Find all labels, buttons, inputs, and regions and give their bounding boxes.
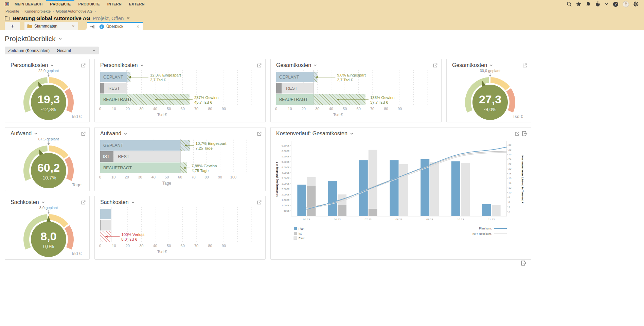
new-tab-button[interactable]: + [5, 22, 20, 30]
app-logo-icon[interactable] [3, 0, 11, 8]
svg-text:0: 0 [99, 175, 101, 179]
svg-text:30: 30 [508, 143, 511, 147]
svg-text:8: 8 [508, 196, 510, 199]
pin-icon[interactable] [90, 24, 95, 29]
svg-text:Kostensummen (Linien) in Tause: Kostensummen (Linien) in Tausend € [521, 155, 524, 204]
chevron-down-icon[interactable] [489, 64, 493, 67]
external-link-icon[interactable] [81, 200, 86, 205]
svg-text:40: 40 [151, 175, 156, 179]
svg-text:BEAUFTRAGT: BEAUFTRAGT [103, 97, 132, 102]
breadcrumb-item[interactable]: Global Automotive AG [56, 9, 93, 13]
chevron-down-icon[interactable] [58, 37, 62, 41]
svg-text:100% Verlust: 100% Verlust [121, 233, 145, 237]
sachkosten-gauge-chart: 8,0 geplant8,00,0%Tsd € [5, 205, 89, 258]
svg-text:07.23: 07.23 [365, 218, 372, 221]
close-icon[interactable]: × [71, 23, 75, 29]
avatar[interactable] [621, 1, 631, 7]
chevron-down-icon[interactable] [603, 2, 611, 6]
svg-text:22,0 geplant: 22,0 geplant [38, 69, 59, 73]
tab-ueberblick[interactable]: iÜberblick× [87, 22, 143, 30]
svg-text:80: 80 [384, 107, 388, 111]
svg-text:10: 10 [112, 244, 116, 248]
svg-text:1.500€: 1.500€ [282, 199, 290, 202]
search-icon[interactable] [565, 1, 574, 7]
chevron-down-icon[interactable] [34, 132, 38, 136]
external-link-icon[interactable] [81, 131, 86, 136]
external-link-icon[interactable] [257, 63, 262, 68]
card-aufwand-bars: Aufwand 0102030405060708090100TageGEPLAN… [94, 127, 266, 191]
personalkosten-gauge-chart: 22,0 geplant19,3-12,3%Tsd € [5, 68, 89, 121]
chevron-down-icon[interactable] [50, 64, 54, 67]
card-aufwand-gauge: Aufwand 67,5 geplant60,2-10,7%Tage [5, 127, 90, 191]
export-icon[interactable] [522, 131, 527, 136]
breadcrumb-item[interactable]: Projekte [5, 9, 19, 13]
chevron-down-icon[interactable] [124, 132, 127, 136]
external-link-icon[interactable] [257, 200, 262, 205]
svg-text:REST: REST [108, 86, 120, 91]
chevron-down-icon[interactable] [314, 64, 317, 67]
topbar-icons: ? [565, 0, 641, 8]
svg-text:Tsd €: Tsd € [513, 114, 523, 119]
svg-text:10: 10 [508, 191, 511, 194]
external-link-icon[interactable] [81, 63, 86, 68]
svg-text:05.23: 05.23 [303, 218, 310, 221]
object-header: Beratung Global Automotive AG Projekt, O… [0, 14, 644, 22]
svg-text:40: 40 [329, 107, 333, 111]
timeframe-filter[interactable]: Zeitraum (Kennzahlen) Gesamt [5, 47, 99, 54]
settings-icon[interactable] [631, 1, 641, 7]
tab-bar: + Stammdaten×iÜberblick× [0, 22, 644, 30]
svg-text:0: 0 [275, 107, 277, 111]
svg-text:90: 90 [222, 244, 226, 248]
svg-text:-9,0%: -9,0% [484, 107, 497, 112]
svg-text:80: 80 [208, 244, 212, 248]
main-nav: MEIN BEREICHPROJEKTEPRODUKTEINTERNEXTERN [11, 0, 148, 8]
chevron-down-icon[interactable] [140, 64, 144, 67]
chevron-down-icon[interactable] [92, 49, 96, 52]
page-title: Projektüberblick [5, 35, 55, 43]
external-link-icon[interactable] [515, 131, 520, 136]
nav-item-intern[interactable]: INTERN [104, 0, 125, 8]
chevron-down-icon[interactable] [131, 201, 135, 204]
svg-text:7,25 Tage: 7,25 Tage [196, 146, 213, 150]
breadcrumb-item[interactable]: Kundenprojekte [24, 9, 51, 13]
card-title: Sachkosten [11, 199, 39, 205]
svg-text:BEAUFTRAGT: BEAUFTRAGT [103, 166, 132, 170]
svg-text:19,3: 19,3 [37, 93, 60, 106]
svg-text:60: 60 [181, 244, 185, 248]
gesamtkosten-gauge-chart: 30,0 geplant27,3-9,0%Tsd € [447, 68, 531, 121]
external-link-icon[interactable] [433, 63, 438, 68]
help-icon[interactable]: ? [611, 1, 621, 7]
svg-text:500€: 500€ [284, 209, 290, 212]
svg-text:GEPLANT: GEPLANT [103, 75, 123, 80]
nav-item-projekte[interactable]: PROJEKTE [46, 0, 74, 8]
external-link-icon[interactable] [522, 63, 527, 68]
svg-text:8,0 geplant: 8,0 geplant [39, 206, 58, 210]
star-icon[interactable] [574, 1, 584, 7]
close-icon[interactable]: × [136, 24, 140, 29]
chevron-down-icon[interactable] [126, 16, 130, 20]
nav-item-extern[interactable]: EXTERN [125, 0, 148, 8]
chevron-down-icon[interactable] [41, 201, 45, 204]
svg-text:Tsd €: Tsd € [71, 251, 82, 256]
card-personalkosten-gauge: Personalkosten 22,0 geplant19,3-12,3%Tsd… [5, 59, 90, 122]
stopwatch-icon[interactable] [593, 1, 603, 7]
svg-text:6: 6 [508, 201, 510, 204]
svg-text:REST: REST [118, 154, 129, 159]
svg-text:18: 18 [508, 172, 511, 175]
filter-value: Gesamt [53, 48, 74, 53]
folder-icon [5, 16, 10, 20]
svg-text:2: 2 [508, 210, 510, 213]
tab-stammdaten[interactable]: Stammdaten× [24, 22, 78, 30]
object-status: Projekt, Offen [93, 15, 124, 21]
notifications-icon[interactable] [584, 1, 593, 7]
svg-text:6.500€: 6.500€ [282, 144, 290, 147]
nav-item-produkte[interactable]: PRODUKTE [74, 0, 103, 8]
nav-item-mein-bereich[interactable]: MEIN BEREICH [11, 0, 46, 8]
topbar-spacer [148, 0, 565, 8]
chevron-down-icon[interactable] [350, 132, 354, 136]
svg-text:90: 90 [222, 107, 226, 111]
svg-text:Tage: Tage [72, 182, 82, 187]
page-export-icon[interactable] [521, 260, 526, 266]
external-link-icon[interactable] [257, 131, 262, 136]
svg-text:50: 50 [167, 244, 171, 248]
